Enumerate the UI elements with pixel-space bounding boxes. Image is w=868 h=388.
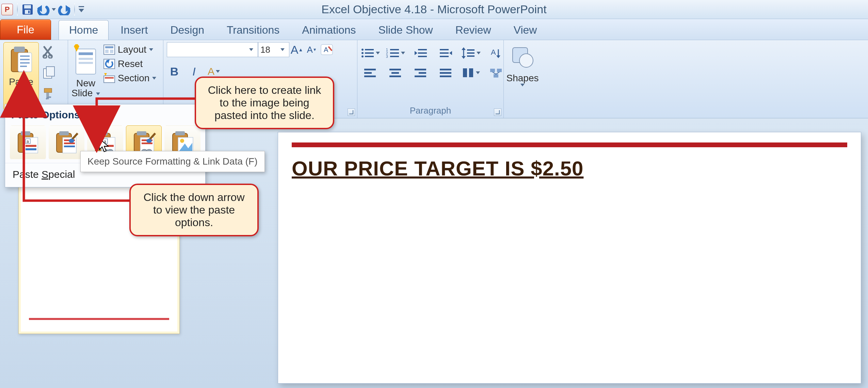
- svg-rect-73: [415, 75, 426, 77]
- tab-insert[interactable]: Insert: [110, 20, 158, 40]
- cut-button[interactable]: [42, 46, 56, 60]
- section-dropdown[interactable]: [152, 77, 156, 80]
- line-spacing-button[interactable]: [462, 45, 481, 61]
- line-spacing-icon: [462, 47, 475, 59]
- svg-marker-53: [415, 51, 417, 55]
- svg-marker-119: [99, 139, 108, 152]
- font-name-combo[interactable]: [167, 42, 258, 57]
- svg-text:a: a: [27, 139, 29, 144]
- tab-home[interactable]: Home: [59, 20, 109, 40]
- grow-font-button[interactable]: A▲: [289, 42, 304, 57]
- svg-marker-26: [74, 44, 79, 46]
- title-bar: P Excel Objective 4.18 - Microsoft Power…: [0, 0, 868, 19]
- svg-rect-18: [46, 67, 54, 76]
- paste-dropdown[interactable]: [18, 89, 24, 92]
- bold-icon: B: [170, 65, 179, 78]
- svg-marker-58: [462, 47, 466, 50]
- shrink-font-icon: A: [307, 45, 312, 55]
- tab-design[interactable]: Design: [160, 20, 215, 40]
- svg-rect-14: [20, 66, 27, 67]
- redo-button[interactable]: [57, 2, 72, 17]
- svg-rect-39: [365, 49, 374, 50]
- paste-button[interactable]: Paste: [3, 42, 39, 110]
- bold-button[interactable]: B: [167, 64, 182, 79]
- shrink-font-button[interactable]: A▼: [304, 42, 319, 57]
- tab-animations[interactable]: Animations: [291, 20, 366, 40]
- text-direction-button[interactable]: A: [487, 45, 506, 61]
- increase-indent-icon: [439, 48, 453, 58]
- undo-button[interactable]: [35, 2, 51, 17]
- ribbon-tabs: File Home Insert Design Transitions Anim…: [0, 19, 868, 40]
- section-button[interactable]: Section: [103, 73, 156, 84]
- italic-button[interactable]: I: [187, 64, 202, 79]
- decrease-indent-button[interactable]: [411, 45, 430, 61]
- shapes-button[interactable]: Shapes: [507, 73, 539, 84]
- tab-file-label: File: [17, 23, 34, 36]
- align-center-button[interactable]: [386, 65, 405, 81]
- tab-label: Animations: [302, 24, 356, 36]
- svg-rect-29: [105, 50, 109, 53]
- clear-formatting-button[interactable]: A: [319, 42, 334, 57]
- layout-button[interactable]: Layout: [103, 44, 156, 55]
- shapes-label: Shapes: [507, 73, 539, 83]
- svg-rect-41: [365, 52, 374, 54]
- app-letter: P: [5, 5, 10, 14]
- svg-rect-19: [44, 88, 52, 92]
- chevron-down-icon: [476, 71, 480, 74]
- layout-icon: [103, 45, 115, 55]
- clipboard-theme-icon: a: [15, 130, 41, 155]
- smartart-button[interactable]: [487, 65, 506, 81]
- align-right-button[interactable]: [411, 65, 430, 81]
- align-left-button[interactable]: [361, 65, 380, 81]
- paste-label: Paste: [9, 77, 33, 87]
- tab-view[interactable]: View: [503, 20, 548, 40]
- grow-font-icon: A: [291, 43, 299, 56]
- redo-icon: [58, 4, 71, 15]
- tab-transitions[interactable]: Transitions: [216, 20, 290, 40]
- chevron-down-icon: [401, 52, 405, 54]
- customize-icon: [79, 6, 84, 13]
- justify-button[interactable]: [436, 65, 455, 81]
- tab-slideshow[interactable]: Slide Show: [368, 20, 444, 40]
- format-painter-button[interactable]: [42, 87, 56, 102]
- align-center-icon: [389, 68, 402, 78]
- slide-canvas[interactable]: OUR PRICE TARGET IS $2.50: [278, 132, 861, 384]
- new-slide-dropdown[interactable]: [96, 88, 100, 98]
- justify-icon: [440, 68, 452, 78]
- reset-icon: [103, 59, 115, 69]
- svg-point-111: [146, 139, 152, 143]
- qat-customize[interactable]: [77, 2, 86, 17]
- layout-dropdown[interactable]: [149, 48, 153, 51]
- svg-point-42: [361, 55, 364, 57]
- save-icon: [22, 4, 33, 15]
- tab-label: Design: [170, 24, 204, 36]
- numbering-button[interactable]: 1 2 3: [386, 45, 405, 61]
- columns-button[interactable]: [462, 65, 481, 81]
- svg-rect-95: [64, 142, 75, 144]
- callout-top: Click here to create link to the image b…: [195, 77, 334, 129]
- svg-rect-34: [105, 77, 114, 79]
- font-dialog-launcher[interactable]: [348, 108, 355, 116]
- bullets-button[interactable]: [361, 45, 380, 61]
- undo-dropdown[interactable]: [51, 8, 57, 11]
- svg-point-83: [519, 54, 533, 67]
- tab-label: Home: [69, 24, 98, 36]
- paste-option-use-destination-theme[interactable]: a: [10, 125, 46, 159]
- save-button[interactable]: [20, 2, 35, 17]
- svg-marker-57: [449, 51, 452, 55]
- copy-button[interactable]: [42, 66, 56, 81]
- svg-rect-62: [467, 55, 475, 57]
- new-slide-button[interactable]: New Slide: [71, 42, 100, 98]
- svg-rect-85: [21, 131, 30, 135]
- tab-review[interactable]: Review: [445, 20, 502, 40]
- italic-icon: I: [192, 65, 195, 78]
- shapes-dropdown[interactable]: [520, 84, 525, 86]
- reset-button[interactable]: Reset: [103, 58, 156, 69]
- tab-file[interactable]: File: [0, 19, 51, 40]
- increase-indent-button[interactable]: [436, 45, 455, 61]
- paragraph-dialog-launcher[interactable]: [494, 108, 501, 116]
- text-direction-icon: A: [490, 47, 502, 59]
- font-size-combo[interactable]: 18: [258, 42, 289, 57]
- paste-option-keep-source-formatting[interactable]: [49, 125, 85, 159]
- section-icon: [103, 73, 115, 83]
